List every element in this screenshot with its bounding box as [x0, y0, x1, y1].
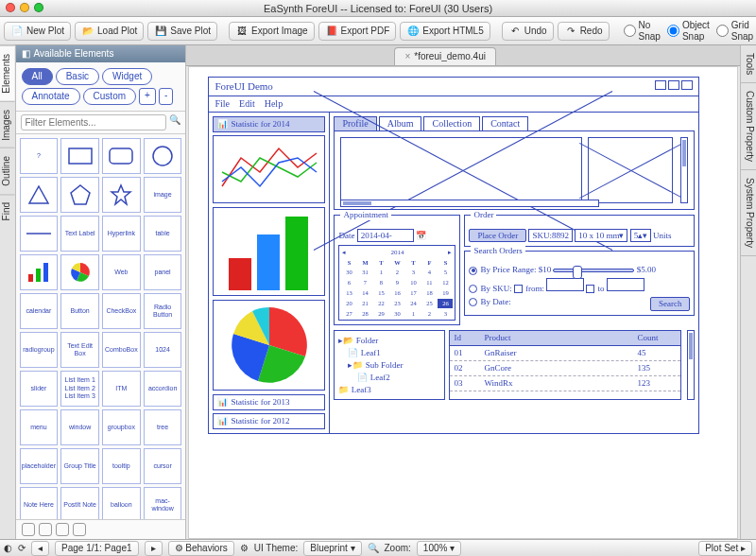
element-radiogroup[interactable]: radiogroup — [20, 332, 59, 368]
element-web[interactable]: Web — [102, 254, 141, 290]
plot-set-button[interactable]: Plot Set ▸ — [698, 541, 752, 556]
horizontal-scrollbar[interactable] — [340, 200, 599, 207]
size-select[interactable]: 10 x 10 mm ▾ — [575, 229, 627, 242]
element-text-label[interactable]: Text Label — [60, 216, 99, 252]
element-menu[interactable]: menu — [20, 409, 59, 445]
element-group-title[interactable]: Group Title — [60, 448, 99, 484]
element-button[interactable]: Button — [60, 293, 99, 329]
mac-close-icon[interactable] — [6, 3, 15, 12]
element-image[interactable]: image — [144, 177, 182, 213]
object-snap-radio[interactable]: Object Snap — [666, 20, 710, 43]
element-table[interactable]: table — [144, 216, 182, 252]
footer-icon[interactable] — [39, 523, 52, 536]
mac-minimize-icon[interactable] — [20, 3, 29, 12]
element-barchart[interactable] — [20, 254, 59, 290]
radio-date[interactable] — [469, 298, 477, 306]
folder-tree[interactable]: ▸📂 Folder 📄 Leaf1 ▸📁 Sub Folder 📄 Leaf2 … — [334, 330, 445, 400]
canvas-viewport[interactable]: ForeUI Demo File Edit Help 📊Statistic fo… — [188, 66, 738, 539]
element-calendar[interactable]: calendar — [20, 293, 59, 329]
to-checkbox[interactable] — [586, 285, 594, 293]
cat-basic[interactable]: Basic — [56, 68, 99, 85]
menu-help[interactable]: Help — [265, 98, 283, 110]
minimize-icon[interactable] — [655, 80, 666, 90]
tab-contact[interactable]: Contact — [482, 116, 528, 130]
element-hyperlink[interactable]: Hyperlink — [102, 216, 141, 252]
cal-next-icon[interactable]: ▸ — [448, 249, 452, 256]
elements-grid[interactable]: ?imageText LabelHyperlinktableWebpanelca… — [16, 134, 186, 519]
place-order-button[interactable]: Place Order — [469, 229, 526, 242]
cat-remove-button[interactable]: - — [159, 88, 173, 105]
radio-price[interactable] — [469, 267, 477, 275]
status-icon[interactable]: ⟳ — [18, 543, 26, 554]
element-circle[interactable] — [144, 138, 182, 174]
tab-outline[interactable]: Outline — [0, 148, 15, 194]
element-tooltip[interactable]: tooltip — [102, 448, 141, 484]
calendar-icon[interactable]: 📅 — [416, 231, 426, 240]
table-row[interactable]: 03WindRx123 — [450, 376, 680, 391]
element-list-item-1-list-item-2-list-item-3[interactable]: List Item 1 List Item 2 List Item 3 — [60, 371, 99, 407]
tab-profile[interactable]: Profile — [334, 116, 376, 130]
grid-snap-radio[interactable]: Grid Snap — [715, 20, 753, 43]
radio-sku[interactable] — [469, 285, 477, 293]
behaviors-button[interactable]: ⚙ Behaviors — [168, 541, 234, 556]
placeholder-image[interactable] — [588, 137, 673, 203]
close-tab-icon[interactable]: × — [404, 51, 410, 62]
page-next-button[interactable]: ▸ — [145, 541, 163, 556]
element-window[interactable]: window — [60, 409, 99, 445]
close-icon[interactable] — [681, 80, 693, 90]
footer-icon[interactable] — [73, 523, 86, 536]
element-balloon[interactable]: balloon — [102, 487, 141, 519]
menu-file[interactable]: File — [215, 98, 230, 110]
tab-system-property[interactable]: System Property — [741, 170, 756, 256]
element-slider[interactable]: slider — [20, 371, 59, 407]
element-piechart[interactable] — [60, 254, 99, 290]
no-snap-radio[interactable]: No Snap — [623, 20, 661, 43]
from-field[interactable] — [546, 278, 584, 291]
status-icon[interactable]: ◐ — [4, 543, 12, 554]
pie-chart[interactable] — [213, 300, 325, 391]
footer-icon[interactable] — [22, 523, 35, 536]
export-pdf-button[interactable]: 📕Export PDF — [318, 22, 397, 41]
element-radio-button[interactable]: Radio Button — [144, 293, 182, 329]
element-triangle[interactable] — [20, 177, 59, 213]
tab-custom-property[interactable]: Custom Property — [741, 83, 756, 170]
stat-2012[interactable]: 📊Statistic for 2012 — [213, 413, 325, 429]
ui-theme-select[interactable]: Blueprint ▾ — [303, 541, 361, 556]
maximize-icon[interactable] — [668, 80, 679, 90]
vertical-scrollbar[interactable] — [687, 330, 695, 400]
element-itm[interactable]: ITM — [102, 371, 141, 407]
element-note-here[interactable]: Note Here — [20, 487, 59, 519]
cat-add-button[interactable]: + — [139, 88, 156, 105]
search-button[interactable]: Search — [650, 297, 691, 311]
page-indicator[interactable]: Page 1/1: Page1 — [55, 541, 139, 556]
vertical-scrollbar[interactable] — [680, 137, 688, 203]
element-pentagon[interactable] — [60, 177, 99, 213]
element-placeholder[interactable]: placeholder — [20, 448, 59, 484]
export-image-button[interactable]: 🖼Export Image — [229, 22, 314, 41]
export-html5-button[interactable]: 🌐Export HTML5 — [400, 22, 490, 41]
stat-2013[interactable]: 📊Statistic for 2013 — [213, 394, 325, 410]
bar-chart[interactable] — [213, 207, 325, 296]
element-text-edit-box[interactable]: Text Edit Box — [60, 332, 99, 368]
new-plot-button[interactable]: 📄New Plot — [4, 22, 71, 41]
element-mac-window[interactable]: mac-window — [144, 487, 182, 519]
to-field[interactable] — [607, 278, 644, 291]
element-accordion[interactable]: accordion — [144, 371, 182, 407]
menu-edit[interactable]: Edit — [239, 98, 255, 110]
document-tab[interactable]: × *foreui_demo.4ui — [394, 47, 495, 65]
date-field[interactable]: 2014-04- — [357, 229, 414, 242]
mac-maximize-icon[interactable] — [34, 3, 43, 12]
load-plot-button[interactable]: 📂Load Plot — [75, 22, 144, 41]
page-prev-button[interactable]: ◂ — [31, 541, 49, 556]
qty-stepper[interactable]: 5 ▴▾ — [630, 229, 651, 242]
element-postit-note[interactable]: PostIt Note — [60, 487, 99, 519]
redo-button[interactable]: ↷Redo — [558, 22, 610, 41]
element-cursor[interactable]: cursor — [144, 448, 182, 484]
stat-header[interactable]: 📊Statistic for 2014 — [213, 116, 325, 132]
tab-images[interactable]: Images — [0, 101, 15, 148]
element-roundrect[interactable] — [102, 138, 141, 174]
tab-collection[interactable]: Collection — [423, 116, 480, 130]
undo-button[interactable]: ↶Undo — [502, 22, 554, 41]
sku-field[interactable]: SKU:8892 — [528, 229, 573, 242]
save-plot-button[interactable]: 💾Save Plot — [147, 22, 217, 41]
